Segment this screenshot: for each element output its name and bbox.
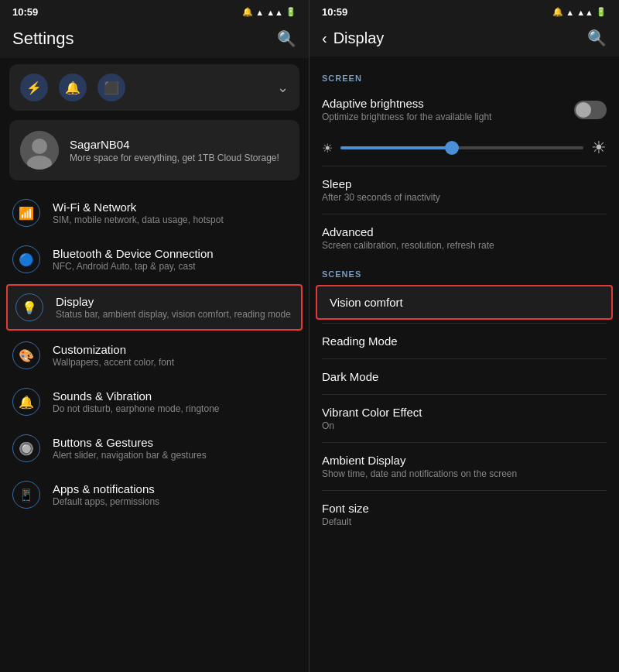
right-status-bar: 10:59 🔔 ▲ ▲▲ 🔋 [310, 0, 619, 21]
quick-toggle-1[interactable]: ⚡ [20, 74, 48, 101]
divider-7 [322, 490, 607, 491]
wifi-text: Wi-Fi & Network SIM, mobile network, dat… [53, 201, 224, 225]
toggle-knob [576, 102, 591, 118]
scenes-section-label: SCENES [310, 260, 619, 283]
settings-item-customization[interactable]: 🎨 Customization Wallpapers, accent color… [0, 332, 309, 379]
signal-icon: ▲▲ [266, 8, 283, 17]
buttons-sub: Alert slider, navigation bar & gestures [53, 450, 207, 461]
vibrant-color-item[interactable]: Vibrant Color Effect On [310, 396, 619, 441]
wifi-sub: SIM, mobile network, data usage, hotspot [53, 214, 224, 225]
silent-icon: ⚡ [26, 81, 42, 95]
bluetooth-icon: 🔵 [12, 245, 40, 273]
customization-sub: Wallpapers, accent color, font [53, 357, 174, 368]
ambient-display-item[interactable]: Ambient Display Show time, date and noti… [310, 444, 619, 489]
divider-5 [322, 394, 607, 395]
quick-toggle-2[interactable]: 🔔 [59, 74, 87, 101]
apps-text: Apps & notifications Default apps, permi… [53, 482, 159, 507]
dark-mode-item[interactable]: Dark Mode [310, 361, 619, 393]
brightness-slider-row: ☀ ☀ [310, 132, 619, 164]
settings-item-wifi[interactable]: 📶 Wi-Fi & Network SIM, mobile network, d… [0, 190, 309, 236]
display-sub: Status bar, ambient display, vision comf… [56, 309, 291, 320]
reading-mode-item[interactable]: Reading Mode [310, 325, 619, 357]
vision-comfort-title: Vision comfort [330, 296, 599, 309]
notification-icon: 🔔 [242, 7, 253, 17]
avatar [20, 131, 59, 170]
back-button[interactable]: ‹ Display [322, 29, 384, 47]
toggle-icons-group: ⚡ 🔔 ⬛ [20, 74, 125, 101]
customization-title: Customization [53, 343, 174, 356]
battery-icon: 🔋 [286, 7, 296, 17]
sleep-sub: After 30 seconds of inactivity [322, 192, 607, 203]
settings-item-buttons[interactable]: 🔘 Buttons & Gestures Alert slider, navig… [0, 425, 309, 471]
divider-2 [322, 214, 607, 214]
bluetooth-sub: NFC, Android Auto, tap & pay, cast [53, 261, 214, 272]
svg-point-1 [32, 139, 47, 154]
display-settings-content: SCREEN Adaptive brightness Optimize brig… [310, 57, 619, 672]
slider-fill [340, 146, 450, 149]
sounds-icon: 🔔 [12, 388, 40, 416]
vision-comfort-item[interactable]: Vision comfort [316, 285, 613, 320]
user-info: SagarNB04 More space for everything, get… [70, 138, 279, 163]
adaptive-brightness-sub: Optimize brightness for the available li… [322, 111, 491, 122]
apps-sub: Default apps, permissions [53, 496, 159, 507]
left-status-bar: 10:59 🔔 ▲ ▲▲ 🔋 [0, 0, 309, 21]
back-arrow-icon: ‹ [322, 29, 327, 47]
font-size-title: Font size [322, 502, 607, 515]
right-header: ‹ Display 🔍 [310, 21, 619, 57]
advanced-sub: Screen calibration, resolution, refresh … [322, 240, 607, 251]
adaptive-brightness-text: Adaptive brightness Optimize brightness … [322, 97, 491, 122]
user-subtitle: More space for everything, get 1TB Cloud… [70, 153, 279, 163]
display-icon: 💡 [15, 293, 43, 321]
divider-1 [322, 166, 607, 166]
right-page-title: Display [333, 29, 385, 47]
settings-item-sounds[interactable]: 🔔 Sounds & Vibration Do not disturb, ear… [0, 379, 309, 425]
left-panel: 10:59 🔔 ▲ ▲▲ 🔋 Settings 🔍 ⚡ 🔔 ⬛ ⌄ [0, 0, 310, 672]
bluetooth-title: Bluetooth & Device Connection [53, 247, 214, 260]
advanced-title: Advanced [322, 225, 607, 238]
sounds-text: Sounds & Vibration Do not disturb, earph… [53, 389, 219, 414]
brightness-high-icon: ☀ [591, 138, 607, 158]
wifi-icon: ▲ [255, 8, 264, 17]
expand-icon[interactable]: ⌄ [277, 79, 289, 96]
ambient-display-sub: Show time, date and notifications on the… [322, 468, 607, 479]
sleep-item[interactable]: Sleep After 30 seconds of inactivity [310, 168, 619, 212]
apps-title: Apps & notifications [53, 482, 159, 495]
right-panel: 10:59 🔔 ▲ ▲▲ 🔋 ‹ Display 🔍 SCREEN Adapti… [310, 0, 619, 672]
buttons-title: Buttons & Gestures [53, 436, 207, 449]
settings-item-apps[interactable]: 📱 Apps & notifications Default apps, per… [0, 471, 309, 518]
brightness-low-icon: ☀ [322, 141, 333, 156]
divider-4 [322, 358, 607, 359]
divider-6 [322, 442, 607, 443]
display-text: Display Status bar, ambient display, vis… [56, 295, 291, 320]
customization-icon: 🎨 [12, 341, 40, 369]
settings-item-bluetooth[interactable]: 🔵 Bluetooth & Device Connection NFC, And… [0, 236, 309, 283]
font-size-item[interactable]: Font size Default [310, 492, 619, 537]
right-signal-icon: ▲▲ [576, 8, 593, 17]
adaptive-brightness-item[interactable]: Adaptive brightness Optimize brightness … [310, 87, 619, 132]
adaptive-brightness-toggle[interactable] [574, 101, 607, 119]
screen-icon: ⬛ [104, 81, 119, 95]
divider-3 [322, 323, 607, 324]
vibrant-color-title: Vibrant Color Effect [322, 406, 607, 419]
reading-mode-title: Reading Mode [322, 334, 607, 348]
user-card[interactable]: SagarNB04 More space for everything, get… [9, 120, 299, 180]
wifi-settings-icon: 📶 [12, 199, 40, 227]
brightness-slider[interactable] [340, 146, 583, 149]
font-size-sub: Default [322, 516, 607, 527]
left-time: 10:59 [12, 6, 38, 18]
left-search-button[interactable]: 🔍 [277, 29, 296, 48]
slider-thumb[interactable] [445, 141, 459, 155]
settings-item-display[interactable]: 💡 Display Status bar, ambient display, v… [6, 284, 303, 331]
left-status-icons: 🔔 ▲ ▲▲ 🔋 [242, 7, 296, 17]
customization-text: Customization Wallpapers, accent color, … [53, 343, 174, 368]
quick-toggles-row[interactable]: ⚡ 🔔 ⬛ ⌄ [9, 64, 299, 111]
advanced-item[interactable]: Advanced Screen calibration, resolution,… [310, 216, 619, 260]
quick-toggle-3[interactable]: ⬛ [97, 74, 125, 101]
right-notification-icon: 🔔 [552, 7, 563, 17]
left-header: Settings 🔍 [0, 21, 309, 58]
settings-list: 📶 Wi-Fi & Network SIM, mobile network, d… [0, 187, 309, 672]
sounds-title: Sounds & Vibration [53, 389, 219, 403]
left-page-title: Settings [12, 29, 74, 49]
dark-mode-title: Dark Mode [322, 370, 607, 383]
right-search-button[interactable]: 🔍 [587, 29, 607, 47]
